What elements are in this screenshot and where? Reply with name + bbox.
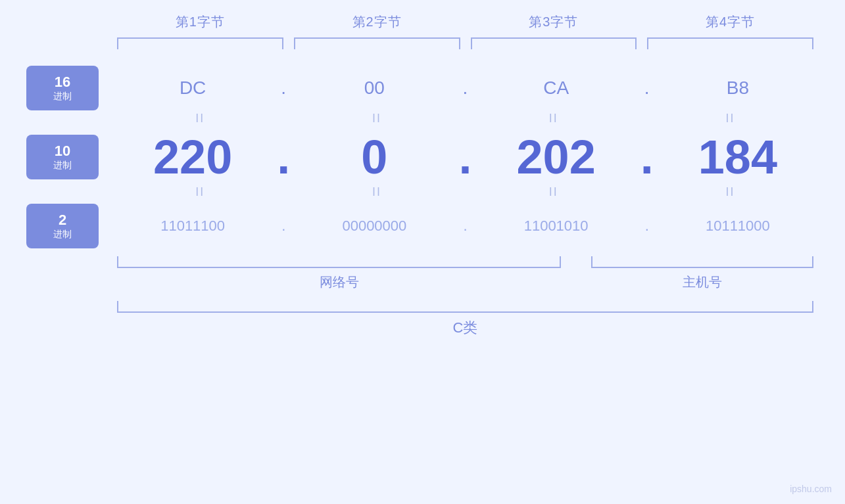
dot-dec-3: . <box>637 130 657 184</box>
bin-number: 2 <box>59 212 66 229</box>
eq1-3: II <box>466 112 642 126</box>
top-bracket-4 <box>647 37 813 49</box>
hex-value-1: DC <box>180 78 206 98</box>
dec-number: 10 <box>55 143 70 160</box>
dec-cell-1: 220 <box>112 130 274 184</box>
eq1-2: II <box>289 112 466 126</box>
hex-row: 16 进制 DC . 00 . CA . B8 <box>26 66 819 110</box>
class-bracket: C类 <box>117 301 813 338</box>
bin-cell-3: 11001010 <box>475 218 637 235</box>
class-label: C类 <box>453 318 478 338</box>
dot-dec-1: . <box>274 130 293 184</box>
eq1-4: II <box>642 112 819 126</box>
bin-value-2: 00000000 <box>342 218 406 234</box>
dot-bin-1: . <box>274 218 293 235</box>
column-headers: 第1字节 第2字节 第3字节 第4字节 <box>112 13 819 31</box>
col-header-4: 第4字节 <box>642 13 819 31</box>
top-brackets <box>112 37 819 49</box>
network-bracket-line <box>117 256 561 268</box>
hex-cell-1: DC <box>112 78 274 99</box>
dec-cell-3: 202 <box>475 130 637 184</box>
eq2-3: II <box>466 185 642 199</box>
col-header-2: 第2字节 <box>289 13 466 31</box>
col-header-1: 第1字节 <box>112 13 289 31</box>
class-row: C类 <box>112 301 819 338</box>
hex-value-3: CA <box>543 78 569 98</box>
eq2-1: II <box>112 185 289 199</box>
dec-row: 10 进制 220 . 0 . 202 . 184 <box>26 130 819 184</box>
equals-row-2: II II II II <box>112 185 819 199</box>
eq2-4: II <box>642 185 819 199</box>
host-bracket: 主机号 <box>591 256 813 291</box>
hex-cell-3: CA <box>475 78 637 99</box>
dec-value-1: 220 <box>153 131 232 183</box>
bin-cell-4: 10111000 <box>657 218 819 235</box>
hex-label: 16 进制 <box>26 66 99 110</box>
dot-hex-2: . <box>456 78 475 99</box>
dot-bin-2: . <box>456 218 475 235</box>
hex-number: 16 <box>55 74 70 91</box>
top-bracket-2 <box>294 37 460 49</box>
dot-dec-2: . <box>456 130 475 184</box>
dec-label: 10 进制 <box>26 135 99 179</box>
network-host-brackets: 网络号 主机号 <box>112 256 819 291</box>
dec-value-2: 0 <box>361 131 387 183</box>
top-bracket-3 <box>471 37 637 49</box>
watermark: ipshu.com <box>790 484 832 494</box>
eq2-2: II <box>289 185 466 199</box>
hex-cell-2: 00 <box>293 78 455 99</box>
bin-row: 2 进制 11011100 . 00000000 . 11001010 . 10… <box>26 204 819 248</box>
dec-text: 进制 <box>53 160 72 172</box>
host-label: 主机号 <box>683 273 722 291</box>
bin-value-1: 11011100 <box>160 218 225 234</box>
hex-cell-4: B8 <box>657 78 819 99</box>
dec-value-3: 202 <box>517 131 596 183</box>
bin-cells: 11011100 . 00000000 . 11001010 . 1011100… <box>112 218 819 235</box>
hex-value-4: B8 <box>727 78 749 98</box>
dec-cell-2: 0 <box>293 130 455 184</box>
hex-text: 进制 <box>53 91 72 103</box>
bin-text: 进制 <box>53 229 72 241</box>
host-bracket-line <box>591 256 813 268</box>
eq1-1: II <box>112 112 289 126</box>
bin-value-4: 10111000 <box>706 218 770 234</box>
network-bracket: 网络号 <box>117 256 561 291</box>
network-label: 网络号 <box>320 273 359 291</box>
bin-label: 2 进制 <box>26 204 99 248</box>
dec-value-4: 184 <box>698 131 777 183</box>
dec-cell-4: 184 <box>657 130 819 184</box>
bin-cell-2: 00000000 <box>293 218 455 235</box>
hex-cells: DC . 00 . CA . B8 <box>112 78 819 99</box>
top-bracket-1 <box>117 37 283 49</box>
class-bracket-line <box>117 301 813 313</box>
dot-hex-1: . <box>274 78 293 99</box>
bin-value-3: 11001010 <box>524 218 589 234</box>
dot-hex-3: . <box>637 78 657 99</box>
hex-value-2: 00 <box>364 78 385 98</box>
dot-bin-3: . <box>637 218 657 235</box>
col-header-3: 第3字节 <box>466 13 642 31</box>
equals-row-1: II II II II <box>112 112 819 126</box>
bin-cell-1: 11011100 <box>112 218 274 235</box>
dec-cells: 220 . 0 . 202 . 184 <box>112 130 819 184</box>
